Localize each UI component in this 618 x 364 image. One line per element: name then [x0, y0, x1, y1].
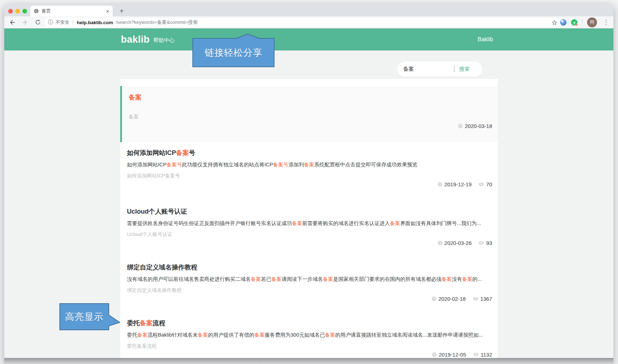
result-date: 2019-12-05 [439, 352, 466, 358]
url-bar[interactable]: ⓘ 不安全 help.baklib.com/search?keywords=备案… [44, 18, 561, 27]
forward-icon[interactable] [21, 19, 28, 26]
highlighted-keyword: 备案 [255, 332, 265, 338]
text-segment: 添加到 [288, 162, 304, 167]
tab-title: 首页 [42, 8, 103, 14]
text-segment: 请阅读下一步域名 [282, 276, 323, 282]
window-controls [8, 9, 27, 14]
result-subtitle: 如何添加网站ICP备案号 [127, 173, 180, 179]
text-segment: 前需要将购买的域名进行实名认证进入 [302, 220, 390, 226]
avatar-glyph: 同 [590, 19, 594, 25]
highlighted-keyword: 备案 [325, 332, 335, 338]
result-item: 委托备案流程委托备案流程Baklib针对域名未备案的用户提供了有偿的备案服务费用… [127, 319, 492, 362]
page-info-icon[interactable]: ⓘ [48, 19, 53, 26]
url-path: /search?keywords=备案&commit=搜索 [116, 19, 198, 26]
result-item: 如何添加网站ICP备案号如何添加网站ICP备案号此功能仅支持拥有独立域名的站点将… [127, 149, 492, 191]
result-item: 绑定自定义域名操作教程没有域名的用户可以前往域名售卖商处进行购买二域名备案若已备… [127, 263, 492, 306]
text-segment: 没有域名的用户可以前往域名售卖商处进行购买二域名 [127, 276, 251, 282]
text-segment: 此功能仅支持拥有独立域名的站点将ICP [182, 162, 273, 167]
text-segment: 委托 [127, 320, 140, 327]
result-description: 如何添加网站ICP备案号此功能仅支持拥有独立域名的站点将ICP备案号添加到备案系… [127, 161, 492, 168]
maximize-window-button[interactable] [22, 9, 27, 14]
header-nav-link[interactable]: Baklib [478, 28, 493, 50]
text-segment: 的用户提供了有偿的 [208, 332, 255, 338]
url-separator [73, 20, 73, 25]
highlighted-keyword: 备案号 [273, 162, 289, 167]
search-bar: 搜索 [397, 61, 482, 76]
extension-globe-icon[interactable] [560, 19, 566, 26]
views-icon [473, 353, 479, 357]
result-subtitle: Ucloud个人账号认证 [127, 231, 172, 238]
minimize-window-button[interactable] [15, 9, 20, 14]
text-segment: 的... [473, 276, 482, 282]
result-views: 1367 [480, 296, 492, 302]
result-meta: 2019-12-1970 [438, 181, 492, 187]
highlighted-keyword: 备案 [271, 276, 282, 282]
text-segment: 如何添加网站ICP [127, 162, 166, 167]
views-icon [479, 241, 484, 245]
extensions-area: y 同 ⋮ [560, 16, 611, 28]
result-title-link[interactable]: Ucloud个人账号认证 [127, 207, 187, 216]
tab-favicon-globe-icon [34, 9, 39, 14]
result-views: 1132 [481, 352, 492, 358]
highlighted-keyword: 备案 [442, 276, 452, 282]
browser-tab[interactable]: 首页 × [30, 6, 113, 16]
text-segment: 若已 [261, 276, 271, 282]
extension-green-icon[interactable]: y [571, 19, 577, 26]
result-item: Ucloud个人账号认证需要提供姓名身份证号码生份证正反面扫描件开户银行账号实名… [127, 207, 492, 250]
result-date: 2020-03-26 [444, 240, 472, 246]
browser-toolbar: ⓘ 不安全 help.baklib.com/search?keywords=备案… [4, 16, 613, 28]
result-meta: 2019-12-051132 [432, 352, 492, 358]
text-segment: 是国家相关部门要求的在国内的所有域名都必须 [333, 276, 442, 282]
result-date: 2020-02-18 [438, 296, 466, 302]
result-subtitle: 绑定自定义域名操作教程 [127, 287, 182, 294]
back-icon[interactable] [9, 19, 16, 26]
clock-icon [432, 296, 436, 301]
profile-avatar[interactable]: 同 [587, 17, 597, 27]
result-title-link[interactable]: 委托备案流程 [127, 319, 165, 327]
text-segment: 的用户请直接跳转至独立域名阅读域名...发送邮件申请请按照如... [335, 332, 483, 338]
text-segment: 服务费用为300元如域名已 [265, 332, 325, 338]
result-description: 委托备案流程Baklib针对域名未备案的用户提供了有偿的备案服务费用为300元如… [127, 332, 492, 338]
text-segment: 流程 [153, 320, 165, 327]
result-meta: 2020-02-181367 [432, 296, 492, 302]
site-logo[interactable]: baklib 帮助中心 [121, 28, 175, 50]
bookmark-star-icon[interactable] [552, 20, 558, 26]
refresh-icon[interactable] [34, 19, 41, 26]
clock-icon [438, 241, 442, 245]
text-segment: 流程Baklib针对域名未 [148, 332, 198, 338]
site-header: baklib 帮助中心 Baklib [4, 28, 613, 50]
result-title-link[interactable]: 绑定自定义域名操作教程 [127, 263, 197, 272]
logo-text: baklib [121, 34, 150, 45]
text-segment: 绑定自定义域名操作教程 [127, 264, 197, 271]
views-icon [473, 297, 478, 301]
clock-icon [432, 352, 437, 357]
close-window-button[interactable] [8, 9, 13, 14]
result-title-link[interactable]: 如何添加网站ICP备案号 [127, 149, 195, 157]
tab-strip: 首页 × + [4, 4, 613, 16]
featured-meta: 2020-03-18 [458, 123, 492, 129]
featured-title[interactable]: 备案 [129, 93, 142, 102]
featured-date: 2020-03-18 [465, 123, 492, 129]
featured-result-card[interactable]: 备案 备案 2020-03-18 [120, 86, 498, 142]
search-submit-button[interactable]: 搜索 [454, 66, 476, 73]
highlighted-keyword: 备案 [462, 276, 473, 282]
text-segment: 需要提供姓名身份证号码生份证正反面扫描件开户银行账号实名认证成功 [127, 220, 292, 226]
new-tab-button[interactable]: + [116, 6, 127, 16]
annotation-share-callout: 链接轻松分享 [192, 33, 275, 68]
highlighted-keyword: 备案 [198, 332, 208, 338]
search-input[interactable] [397, 66, 454, 72]
security-label: 不安全 [55, 19, 69, 26]
highlighted-keyword: 备案 [304, 162, 314, 167]
tab-close-icon[interactable]: × [106, 9, 109, 14]
result-meta: 2020-03-2693 [438, 240, 492, 246]
highlighted-keyword: 备案 [323, 276, 333, 282]
logo-suffix: 帮助中心 [153, 37, 175, 44]
result-description: 没有域名的用户可以前往域名售卖商处进行购买二域名备案若已备案请阅读下一步域名备案… [127, 276, 492, 283]
result-views: 93 [486, 240, 492, 246]
clock-icon [458, 124, 463, 128]
text-segment: 如何添加网站ICP [127, 149, 176, 156]
featured-subtitle: 备案 [129, 114, 139, 120]
text-segment: 号 [189, 149, 195, 156]
browser-menu-icon[interactable]: ⋮ [602, 18, 611, 26]
nav-buttons [9, 16, 41, 28]
